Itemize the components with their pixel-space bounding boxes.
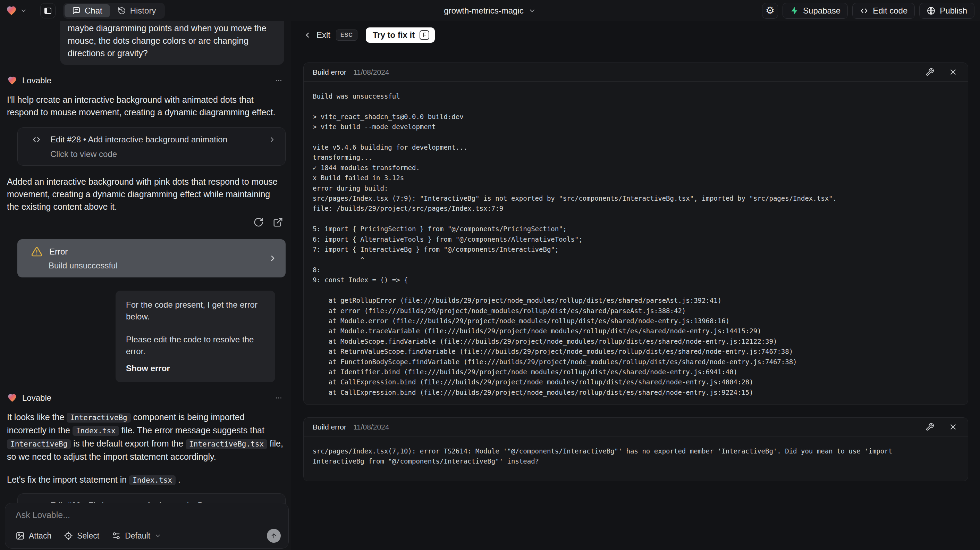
panel-left-icon [44, 6, 52, 15]
project-dropdown[interactable]: growth-metrics-magic [444, 6, 536, 16]
assistant-name: Lovable [22, 76, 51, 85]
panel-date: 11/08/2024 [353, 68, 389, 77]
more-options-icon[interactable] [275, 76, 284, 85]
edit-card-subtitle: Click to view code [50, 149, 276, 159]
topbar-actions: ⚙ Supabase Edit code Publish [762, 3, 974, 19]
chat-scroll-area[interactable]: maybe diagramming points and when you mo… [0, 21, 291, 550]
exit-label: Exit [317, 30, 330, 40]
panel-header: Build error 11/08/2024 [304, 63, 968, 81]
image-icon [16, 531, 25, 540]
assistant-name: Lovable [22, 393, 51, 403]
error-mode-header: Exit ESC Try to fix it F [303, 27, 435, 43]
inline-code: Index.tsx [129, 475, 176, 485]
more-options-icon[interactable] [275, 394, 284, 402]
warning-triangle-icon [31, 246, 42, 257]
preview-panel: Exit ESC Try to fix it F Build error 11/… [291, 21, 980, 550]
panel-actions [926, 68, 958, 77]
exit-button[interactable]: Exit [303, 30, 330, 40]
panel-header: Build error 11/08/2024 [304, 418, 968, 437]
helper-line-2: Please edit the code to resolve the erro… [126, 334, 265, 357]
retry-icon[interactable] [253, 217, 264, 228]
build-error-panel-1: Build error 11/08/2024 Build was unsucce… [303, 62, 968, 405]
build-error-panel-2: Build error 11/08/2024 src/pages/Index.t… [303, 418, 968, 481]
assistant-message-header: Lovable [7, 393, 284, 403]
code-icon [32, 135, 41, 144]
error-card-title: Error [49, 247, 68, 257]
arrow-up-icon [270, 532, 278, 540]
panel-title: Build error [313, 423, 346, 431]
helper-line-1: For the code present, I get the error be… [126, 299, 265, 322]
build-error-card[interactable]: Error Build unsuccessful [18, 239, 286, 277]
message-actions [7, 217, 284, 228]
supabase-button[interactable]: Supabase [783, 3, 848, 19]
project-name: growth-metrics-magic [444, 6, 523, 16]
chevron-down-icon [20, 7, 27, 14]
code-icon [859, 6, 869, 15]
chevron-down-icon [528, 7, 536, 14]
sidebar-toggle-button[interactable] [40, 3, 56, 18]
chat-input-box: Attach Select Default [5, 503, 289, 548]
globe-icon [927, 6, 935, 15]
settings-button[interactable]: ⚙ [762, 3, 778, 19]
publish-button[interactable]: Publish [919, 3, 974, 19]
select-label: Select [77, 531, 99, 540]
history-icon [118, 6, 126, 15]
edit-code-label: Edit code [873, 6, 907, 16]
panel-body: src/pages/Index.tsx(7,10): error TS2614:… [304, 437, 968, 467]
assistant-message-header: Lovable [7, 75, 284, 86]
lovable-logo-icon [6, 5, 18, 17]
edit-card-28[interactable]: Edit #28 • Add interactive background an… [18, 128, 286, 166]
edit-card-title: Edit #28 • Add interactive background an… [50, 135, 227, 144]
assistant-closing-text: Let's fix the import statement in Index.… [7, 473, 284, 486]
user-message: maybe diagramming points and when you mo… [60, 21, 284, 65]
chat-input-actions: Attach Select Default [16, 529, 281, 543]
f-keycap: F [420, 30, 429, 40]
mode-label: Default [125, 531, 150, 540]
target-icon [64, 531, 73, 540]
panel-title: Build error [313, 68, 346, 77]
try-to-fix-button[interactable]: Try to fix it F [366, 27, 435, 43]
esc-keycap: ESC [336, 30, 358, 41]
lovable-avatar [7, 75, 18, 86]
assistant-result-text: Added an interactive background with pin… [7, 175, 284, 213]
tab-history-label: History [130, 6, 156, 16]
chat-panel: maybe diagramming points and when you mo… [0, 21, 291, 550]
tab-history[interactable]: History [110, 4, 164, 18]
lovable-app: Chat History growth-metrics-magic ⚙ Supa… [0, 0, 980, 550]
panel-actions [926, 422, 958, 431]
build-log: src/pages/Index.tsx(7,10): error TS2614:… [313, 446, 959, 467]
error-card-subtitle: Build unsuccessful [49, 261, 277, 271]
sliders-icon [112, 531, 121, 540]
close-icon[interactable] [949, 68, 958, 77]
wrench-icon[interactable] [926, 422, 934, 431]
chevron-right-icon [268, 254, 277, 263]
topbar: Chat History growth-metrics-magic ⚙ Supa… [0, 0, 980, 21]
open-external-icon[interactable] [273, 217, 283, 228]
error-helper-card: For the code present, I get the error be… [116, 291, 275, 382]
panel-date: 11/08/2024 [353, 423, 389, 431]
publish-label: Publish [940, 6, 967, 16]
send-button[interactable] [267, 529, 281, 543]
attach-label: Attach [29, 531, 51, 540]
assistant-analysis-text: It looks like the InteractiveBg componen… [7, 411, 284, 463]
main-area: maybe diagramming points and when you mo… [0, 21, 980, 550]
inline-code: InteractiveBg [67, 413, 130, 422]
supabase-bolt-icon [790, 6, 799, 15]
wrench-icon[interactable] [926, 68, 934, 77]
inline-code: InteractiveBg.tsx [186, 439, 267, 449]
mode-dropdown[interactable]: Default [112, 531, 161, 540]
assistant-intro-text: I'll help create an interactive backgrou… [7, 93, 284, 118]
select-button[interactable]: Select [64, 531, 99, 540]
supabase-label: Supabase [803, 6, 840, 16]
build-log: Build was unsuccessful > vite_react_shad… [313, 91, 959, 398]
edit-code-button[interactable]: Edit code [852, 3, 915, 19]
attach-button[interactable]: Attach [16, 531, 51, 540]
close-icon[interactable] [949, 422, 958, 431]
show-error-button[interactable]: Show error [126, 363, 265, 373]
chat-input[interactable] [16, 510, 281, 529]
tab-chat[interactable]: Chat [65, 4, 110, 18]
inline-code: InteractiveBg [7, 439, 71, 449]
workspace-menu[interactable] [6, 5, 27, 17]
inline-code: Index.tsx [73, 426, 119, 436]
tab-chat-label: Chat [85, 6, 102, 16]
